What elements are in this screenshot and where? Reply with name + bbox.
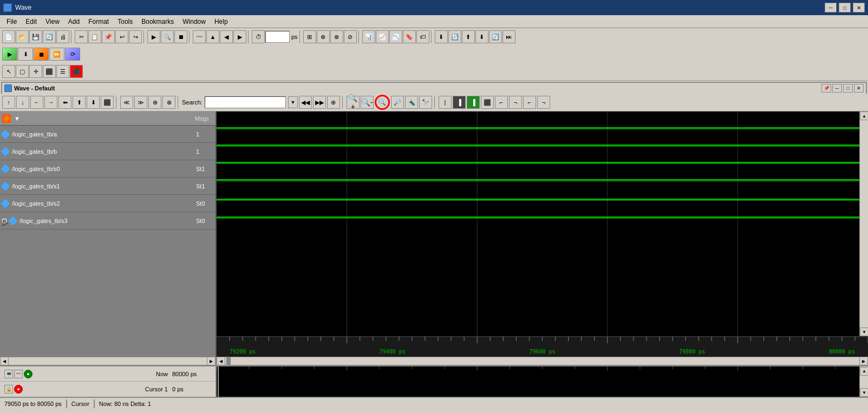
- menu-tools[interactable]: Tools: [113, 17, 137, 27]
- zoom-in-btn2[interactable]: ⊕: [317, 30, 330, 43]
- signal-btn1[interactable]: 📊: [362, 30, 375, 43]
- wave-tool-1[interactable]: ↑: [2, 96, 15, 109]
- bottom-scroll-up[interactable]: ▲: [860, 367, 868, 376]
- zoom-input[interactable]: 100: [265, 31, 290, 43]
- wave-tool-4[interactable]: →: [44, 96, 57, 109]
- right-scroll-track[interactable]: [225, 357, 859, 365]
- sim-btn3[interactable]: ◼: [34, 48, 49, 61]
- left-scroll-track[interactable]: [9, 357, 207, 365]
- menu-edit[interactable]: Edit: [21, 17, 41, 27]
- wave-disp-8[interactable]: ¬: [537, 96, 550, 109]
- cut-btn[interactable]: ✂: [75, 30, 88, 43]
- inner-min-btn[interactable]: ─: [832, 84, 842, 93]
- snap-btn[interactable]: ⊗: [330, 30, 343, 43]
- wave-tool-9[interactable]: ≪: [120, 96, 133, 109]
- arrow-rfr[interactable]: 🔃: [448, 30, 461, 43]
- wave-disp-2[interactable]: ▐: [453, 96, 466, 109]
- back-btn[interactable]: ◀: [220, 30, 233, 43]
- scroll-down-btn[interactable]: ▼: [860, 327, 868, 336]
- run-btn[interactable]: ▶: [147, 30, 160, 43]
- menu-bookmarks[interactable]: Bookmarks: [137, 17, 178, 27]
- minimize-button[interactable]: ─: [825, 3, 837, 12]
- signal-row[interactable]: /logic_gates_tb/a 1: [0, 126, 216, 143]
- signal-row[interactable]: ▷ /logic_gates_tb/s3 St0: [0, 212, 216, 230]
- search-input[interactable]: [205, 96, 286, 108]
- inner-max-btn[interactable]: □: [843, 84, 853, 93]
- wave-tool-5[interactable]: ⬅: [58, 96, 71, 109]
- sim-btn5[interactable]: ⟳: [65, 48, 80, 61]
- zoom-area-btn[interactable]: 🔎: [391, 96, 404, 109]
- search-next-btn[interactable]: ▶▶: [313, 96, 326, 109]
- sim-btn2[interactable]: ⬇: [18, 48, 33, 61]
- new-btn[interactable]: 📄: [2, 30, 15, 43]
- inner-pin-btn[interactable]: 📌: [821, 84, 831, 93]
- arrow-rfr2[interactable]: 🔄: [489, 30, 502, 43]
- signal-row[interactable]: /logic_gates_tb/b 1: [0, 143, 216, 160]
- arrow-dn2[interactable]: ⬇: [475, 30, 488, 43]
- search-prev-btn[interactable]: ◀◀: [299, 96, 312, 109]
- wave-tool-12[interactable]: ⊗: [162, 96, 175, 109]
- paste-btn[interactable]: 📌: [102, 30, 115, 43]
- wave-btn[interactable]: 〰: [193, 30, 206, 43]
- inner-close-btn[interactable]: ✕: [854, 84, 864, 93]
- list-btn[interactable]: ☰: [56, 65, 69, 78]
- menu-view[interactable]: View: [41, 17, 64, 27]
- wave-disp-4[interactable]: ⬛: [481, 96, 494, 109]
- maximize-button[interactable]: □: [839, 3, 851, 12]
- right-scroll-left-btn[interactable]: ◀: [217, 357, 225, 365]
- find-btn[interactable]: 🔍: [161, 30, 174, 43]
- select-btn[interactable]: ↖: [2, 65, 15, 78]
- bottom-scroll-down[interactable]: ▼: [860, 388, 868, 397]
- menu-help[interactable]: Help: [210, 17, 232, 27]
- wave-tool-8[interactable]: ⬛: [101, 96, 114, 109]
- open-btn[interactable]: 📂: [16, 30, 29, 43]
- cursor-btn[interactable]: ⊘: [344, 30, 357, 43]
- sim-btn1[interactable]: ▶: [2, 48, 17, 61]
- wave-disp-1[interactable]: |: [439, 96, 452, 109]
- wave-tool-3[interactable]: ←: [30, 96, 43, 109]
- signal-btn3[interactable]: 📉: [389, 30, 402, 43]
- wave-disp-5[interactable]: ⌐: [495, 96, 508, 109]
- arrow-dn[interactable]: ⬇: [435, 30, 448, 43]
- wave-tool-10[interactable]: ≫: [134, 96, 147, 109]
- scroll-up-btn[interactable]: ▲: [860, 112, 868, 120]
- wave-tool-6[interactable]: ⬆: [73, 96, 86, 109]
- zoom-cursor-btn[interactable]: 🔦: [405, 96, 418, 109]
- wave-disp-6[interactable]: ¬: [509, 96, 522, 109]
- search-all-btn[interactable]: ⊕: [327, 96, 340, 109]
- time-btn[interactable]: ⏱: [252, 30, 265, 43]
- left-scroll-right-btn[interactable]: ▶: [207, 357, 216, 365]
- menu-window[interactable]: Window: [178, 17, 210, 27]
- up-btn[interactable]: ▲: [206, 30, 219, 43]
- zoom-in-btn[interactable]: 🔍+: [347, 96, 360, 109]
- copy-btn[interactable]: 📋: [88, 30, 101, 43]
- signal-row[interactable]: /logic_gates_tb/s0 St1: [0, 160, 216, 178]
- stop-btn[interactable]: ⏹: [174, 30, 187, 43]
- zoom-full-btn[interactable]: ⊞: [303, 30, 316, 43]
- wave-disp-3[interactable]: ▐: [467, 96, 480, 109]
- menu-format[interactable]: Format: [84, 17, 113, 27]
- cross-btn[interactable]: ✛: [29, 65, 42, 78]
- wave-tool-7[interactable]: ⬇: [87, 96, 100, 109]
- wave-disp-7[interactable]: ⌐: [523, 96, 536, 109]
- signal-row[interactable]: /logic_gates_tb/s2 St0: [0, 195, 216, 212]
- menu-add[interactable]: Add: [64, 17, 84, 27]
- color-btn[interactable]: ⬛: [70, 65, 83, 78]
- wave-tool-11[interactable]: ⊕: [148, 96, 161, 109]
- close-button[interactable]: ✕: [853, 3, 865, 12]
- zoom-out-btn[interactable]: 🔍-: [361, 96, 374, 109]
- left-scroll-left-btn[interactable]: ◀: [0, 357, 9, 365]
- signal-btn2[interactable]: 📈: [376, 30, 389, 43]
- refresh-btn[interactable]: 🔄: [43, 30, 56, 43]
- signal-btn5[interactable]: 🏷: [416, 30, 429, 43]
- search-dropdown-btn[interactable]: ▼: [288, 96, 298, 108]
- signal-btn4[interactable]: 🔖: [403, 30, 416, 43]
- undo-btn[interactable]: ↩: [115, 30, 128, 43]
- zoom-sel-btn[interactable]: 🔭: [419, 96, 432, 109]
- signal-row[interactable]: /logic_gates_tb/s1 St1: [0, 178, 216, 195]
- right-scroll-thumb[interactable]: [226, 357, 231, 365]
- zoom-fit-btn[interactable]: 🔍: [375, 95, 390, 110]
- arrow-up2[interactable]: ⬆: [462, 30, 475, 43]
- menu-file[interactable]: File: [2, 17, 21, 27]
- box-btn[interactable]: ▢: [16, 65, 29, 78]
